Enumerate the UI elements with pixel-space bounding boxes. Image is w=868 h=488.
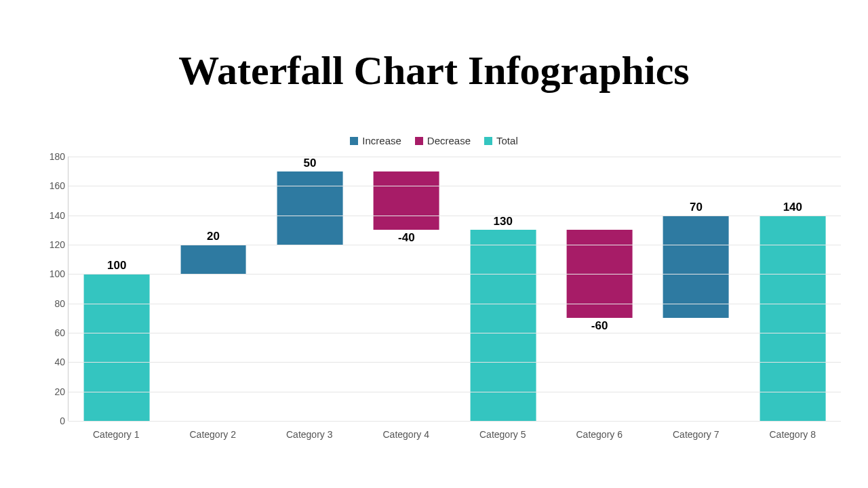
y-tick-label: 60 (41, 327, 65, 338)
bar-value-label: 70 (690, 201, 703, 214)
chart-legend: Increase Decrease Total (0, 135, 868, 146)
gridline (68, 186, 841, 186)
bar-decrease (374, 171, 439, 230)
x-axis-labels: Category 1Category 2Category 3Category 4… (68, 425, 841, 441)
bar-value-label: 50 (303, 157, 316, 170)
legend-item-increase: Increase (350, 135, 401, 146)
y-tick-label: 40 (41, 357, 65, 367)
square-icon (415, 137, 423, 145)
legend-label: Increase (362, 135, 401, 146)
y-tick-label: 140 (41, 210, 65, 221)
bar-increase (663, 216, 729, 319)
gridline (68, 392, 841, 392)
bar-total (84, 274, 150, 421)
y-tick-label: 100 (41, 268, 65, 279)
bar-increase (180, 245, 246, 274)
bar-slot: 140 (745, 157, 841, 421)
bar-value-label: -60 (591, 319, 608, 333)
y-tick-label: 180 (41, 151, 65, 162)
gridline (68, 274, 841, 274)
bar-slot: 130 (455, 157, 551, 421)
x-tick-label: Category 6 (551, 425, 648, 441)
bar-increase (277, 171, 343, 245)
bar-total (470, 230, 536, 421)
legend-label: Decrease (427, 135, 471, 146)
y-tick-label: 120 (41, 239, 65, 250)
x-tick-label: Category 5 (454, 425, 551, 441)
gridline (68, 304, 841, 304)
bar-value-label: 140 (783, 201, 802, 214)
bar-slot: -40 (358, 157, 454, 421)
y-tick-label: 20 (41, 386, 65, 397)
y-tick-label: 160 (41, 180, 65, 191)
bar-slot: 50 (262, 157, 358, 421)
x-tick-label: Category 7 (648, 425, 745, 441)
bars-container: 1002050-40130-6070140 (68, 157, 841, 421)
gridline (68, 245, 841, 245)
legend-item-total: Total (484, 135, 518, 146)
x-tick-label: Category 8 (745, 425, 842, 441)
plot-area: 1002050-40130-6070140 (68, 157, 841, 421)
bar-slot: 20 (165, 157, 261, 421)
legend-item-decrease: Decrease (415, 135, 471, 146)
x-tick-label: Category 2 (165, 425, 262, 441)
x-tick-label: Category 4 (358, 425, 455, 441)
bar-slot: -60 (551, 157, 648, 421)
square-icon (350, 137, 358, 145)
bar-slot: 100 (68, 157, 165, 421)
gridline (68, 157, 841, 157)
bar-slot: 70 (648, 157, 744, 421)
gridline (68, 421, 841, 422)
x-tick-label: Category 3 (261, 425, 358, 441)
waterfall-chart: 1002050-40130-6070140 Category 1Category… (41, 157, 841, 441)
y-tick-label: 80 (41, 298, 65, 309)
bar-value-label: 130 (494, 215, 513, 228)
legend-label: Total (496, 135, 518, 146)
gridline (68, 333, 841, 333)
bar-value-label: 100 (107, 259, 126, 272)
y-tick-label: 0 (41, 415, 65, 426)
x-tick-label: Category 1 (68, 425, 165, 441)
square-icon (484, 137, 492, 145)
gridline (68, 362, 841, 363)
gridline (68, 216, 841, 216)
page-title: Waterfall Chart Infographics (0, 47, 868, 94)
bar-total (760, 216, 825, 421)
bar-value-label: 20 (207, 230, 220, 243)
bar-value-label: -40 (398, 231, 415, 245)
